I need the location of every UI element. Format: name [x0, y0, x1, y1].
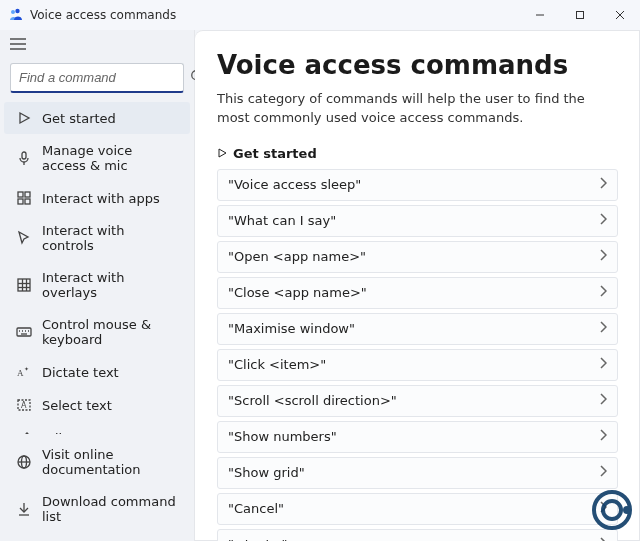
command-text: "Click <item>" [228, 357, 326, 372]
grid-icon [16, 277, 32, 293]
command-text: "Open <app name>" [228, 249, 366, 264]
sidebar-item-label: Dictate text [42, 365, 119, 380]
sidebar-item-apps[interactable]: Interact with apps [4, 182, 190, 214]
svg-rect-3 [577, 12, 584, 19]
command-row[interactable]: "Voice access sleep" [217, 169, 618, 201]
footer-item-label: Download command list [42, 494, 178, 524]
svg-point-0 [11, 10, 15, 14]
sidebar-item-label: Interact with apps [42, 191, 160, 206]
app-icon [8, 7, 24, 23]
chevron-right-icon [599, 429, 607, 444]
svg-rect-17 [25, 199, 30, 204]
command-text: "Cancel" [228, 501, 284, 516]
command-text: "Close <app name>" [228, 285, 367, 300]
chevron-right-icon [599, 393, 607, 408]
chevron-right-icon [599, 249, 607, 264]
svg-marker-11 [20, 113, 29, 123]
sidebar-item-play[interactable]: Get started [4, 102, 190, 134]
command-row[interactable]: "Show numbers" [217, 421, 618, 453]
command-row[interactable]: "What can I say" [217, 205, 618, 237]
chevron-right-icon [599, 357, 607, 372]
expand-icon [217, 146, 227, 161]
search-box[interactable] [10, 63, 184, 93]
download-icon [16, 501, 32, 517]
command-row[interactable]: "Maximise window" [217, 313, 618, 345]
svg-marker-41 [219, 149, 226, 157]
sidebar-item-keyboard[interactable]: Control mouse & keyboard [4, 309, 190, 355]
svg-rect-12 [22, 152, 26, 159]
sidebar-item-label: Get started [42, 111, 116, 126]
apps-icon [16, 190, 32, 206]
window-title: Voice access commands [30, 8, 176, 22]
select-icon: A [16, 397, 32, 413]
svg-text:✦: ✦ [24, 365, 29, 372]
command-text: "<text>" [228, 537, 287, 541]
command-row[interactable]: "<text>" [217, 529, 618, 541]
chevron-right-icon [599, 213, 607, 228]
page-description: This category of commands will help the … [217, 90, 617, 128]
footer-item-label: Visit online documentation [42, 447, 178, 477]
footer-item-globe[interactable]: Visit online documentation [4, 439, 190, 485]
chevron-right-icon [599, 285, 607, 300]
sidebar-item-label: Select text [42, 398, 112, 413]
cursor-icon [16, 230, 32, 246]
chevron-right-icon [599, 537, 607, 541]
command-row[interactable]: "Cancel" [217, 493, 618, 525]
keyboard-icon [16, 324, 32, 340]
command-row[interactable]: "Show grid" [217, 457, 618, 489]
hamburger-menu-button[interactable] [0, 34, 194, 59]
command-row[interactable]: "Scroll <scroll direction>" [217, 385, 618, 417]
search-input[interactable] [17, 69, 190, 86]
svg-rect-18 [18, 279, 30, 291]
sidebar-item-cursor[interactable]: Interact with controls [4, 215, 190, 261]
svg-point-1 [15, 9, 19, 13]
chevron-right-icon [599, 177, 607, 192]
footer-item-download[interactable]: Download command list [4, 486, 190, 532]
main-content: Voice access commands This category of c… [195, 30, 640, 541]
command-text: "Show grid" [228, 465, 305, 480]
command-text: "Voice access sleep" [228, 177, 361, 192]
svg-point-43 [603, 501, 621, 519]
svg-point-44 [623, 506, 631, 514]
command-list: "Voice access sleep""What can I say""Ope… [217, 169, 618, 541]
svg-rect-15 [25, 192, 30, 197]
sidebar-item-edit[interactable]: Edit text [4, 422, 190, 434]
command-text: "What can I say" [228, 213, 336, 228]
sidebar-item-mic[interactable]: Manage voice access & mic [4, 135, 190, 181]
category-list: Get startedManage voice access & micInte… [0, 101, 194, 434]
globe-icon [16, 454, 32, 470]
watermark-icon [590, 488, 634, 535]
command-text: "Maximise window" [228, 321, 355, 336]
chevron-right-icon [599, 321, 607, 336]
svg-rect-16 [18, 199, 23, 204]
command-text: "Show numbers" [228, 429, 337, 444]
svg-rect-23 [17, 328, 31, 336]
play-icon [16, 110, 32, 126]
sidebar-item-label: Interact with controls [42, 223, 178, 253]
dictate-icon: A✦ [16, 364, 32, 380]
chevron-right-icon [599, 465, 607, 480]
command-row[interactable]: "Click <item>" [217, 349, 618, 381]
section-header[interactable]: Get started [217, 146, 618, 161]
command-row[interactable]: "Open <app name>" [217, 241, 618, 273]
sidebar-footer: Visit online documentationDownload comma… [0, 434, 194, 541]
maximize-button[interactable] [560, 0, 600, 30]
section-label: Get started [233, 146, 317, 161]
mic-icon [16, 150, 32, 166]
sidebar-item-dictate[interactable]: A✦Dictate text [4, 356, 190, 388]
sidebar-item-label: Manage voice access & mic [42, 143, 178, 173]
minimize-button[interactable] [520, 0, 560, 30]
command-text: "Scroll <scroll direction>" [228, 393, 397, 408]
svg-text:A: A [21, 401, 27, 410]
svg-text:A: A [17, 368, 24, 378]
page-title: Voice access commands [217, 50, 618, 80]
close-button[interactable] [600, 0, 640, 30]
sidebar-item-label: Control mouse & keyboard [42, 317, 178, 347]
sidebar-item-grid[interactable]: Interact with overlays [4, 262, 190, 308]
sidebar: Get startedManage voice access & micInte… [0, 30, 195, 541]
command-row[interactable]: "Close <app name>" [217, 277, 618, 309]
sidebar-item-label: Interact with overlays [42, 270, 178, 300]
svg-rect-14 [18, 192, 23, 197]
title-bar: Voice access commands [0, 0, 640, 30]
sidebar-item-select[interactable]: ASelect text [4, 389, 190, 421]
